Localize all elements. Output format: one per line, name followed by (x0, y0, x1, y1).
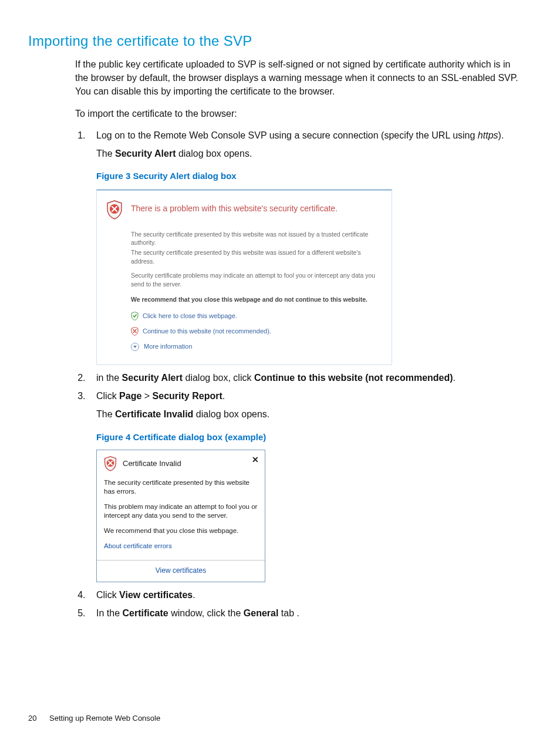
figure-4-caption: Figure 4 Certificate dialog box (example… (96, 430, 526, 444)
step-1-sub-b: dialog box opens. (176, 148, 252, 158)
security-alert-detail-3: Security certificate problems may indica… (131, 271, 380, 288)
step-5-b2: General (244, 608, 279, 618)
page-number: 20 (28, 714, 36, 723)
step-3-sub-b: dialog box opens. (193, 409, 269, 419)
view-certificates-button[interactable]: View certificates (97, 560, 265, 582)
step-1-text-a: Log on to the Remote Web Console SVP usi… (96, 130, 478, 140)
step-3-c: . (222, 391, 225, 401)
step-5: In the Certificate window, click the Gen… (88, 606, 526, 621)
step-4-a: Click (96, 590, 119, 600)
step-5-c: window, click the (168, 608, 244, 618)
lead-in: To import the certificate to the browser… (75, 107, 526, 120)
page-footer: 20 Setting up Remote Web Console (28, 714, 160, 723)
security-alert-dialog: There is a problem with this website's s… (96, 189, 392, 366)
close-button[interactable]: ✕ (252, 454, 259, 467)
step-3-b2: Security Report (153, 391, 222, 401)
step-4-b: View certificates (119, 590, 193, 600)
step-2-b2: Continue to this website (not recommende… (254, 373, 453, 383)
step-3-sub-a: The (96, 409, 115, 419)
certificate-invalid-title: Certificate Invalid (123, 458, 181, 470)
security-alert-title: There is a problem with this website's s… (131, 202, 338, 215)
cert-p3: We recommend that you close this webpage… (104, 526, 259, 536)
step-2-c: dialog box, click (183, 373, 254, 383)
about-certificate-errors-link[interactable]: About certificate errors (104, 541, 172, 552)
close-webpage-link-text: Click here to close this webpage. (143, 311, 237, 321)
step-1: Log on to the Remote Web Console SVP usi… (88, 129, 526, 365)
more-information-label: More information (144, 342, 193, 352)
step-3-gt: > (141, 391, 152, 401)
step-1-sub-bold: Security Alert (115, 148, 176, 158)
step-5-b1: Certificate (122, 608, 168, 618)
continue-website-link[interactable]: Continue to this website (not recommende… (131, 326, 380, 336)
cert-p2: This problem may indicate an attempt to … (104, 502, 259, 521)
step-5-a: In the (96, 608, 122, 618)
continue-website-link-text: Continue to this website (not recommende… (143, 326, 271, 336)
step-1-italic: https (478, 130, 498, 140)
step-3-a: Click (96, 391, 119, 401)
footer-section-name: Setting up Remote Web Console (49, 714, 160, 723)
step-5-d: tab . (278, 608, 299, 618)
step-2: in the Security Alert dialog box, click … (88, 371, 526, 386)
step-3-sub-bold: Certificate Invalid (115, 409, 193, 419)
step-2-b1: Security Alert (122, 373, 183, 383)
step-4-c: . (193, 590, 195, 600)
step-2-a: in the (96, 373, 122, 383)
step-3-b1: Page (119, 391, 141, 401)
certificate-invalid-dialog: ✕ Certificate Invalid The security certi… (96, 450, 265, 582)
security-alert-detail-1: The security certificate presented by th… (131, 230, 380, 247)
step-2-d: . (453, 373, 456, 383)
figure-3-caption: Figure 3 Security Alert dialog box (96, 169, 526, 183)
security-alert-recommend: We recommend that you close this webpage… (131, 295, 380, 304)
shield-error-icon (104, 456, 117, 471)
shield-check-icon (131, 312, 139, 320)
cert-p1: The security certificate presented by th… (104, 478, 259, 497)
step-1-sub-a: The (96, 148, 115, 158)
step-3: Click Page > Security Report. The Certif… (88, 389, 526, 582)
more-information-toggle[interactable]: More information (131, 342, 380, 352)
step-1-text-b: ). (498, 130, 504, 140)
step-4: Click View certificates. (88, 588, 526, 603)
security-alert-detail-2: The security certificate presented by th… (131, 248, 380, 265)
section-heading: Importing the certificate to the SVP (28, 33, 532, 49)
shield-x-small-icon (131, 327, 139, 336)
shield-error-icon (106, 200, 123, 220)
intro-paragraph: If the public key certificate uploaded t… (75, 58, 526, 99)
chevron-down-icon (131, 343, 139, 351)
close-webpage-link[interactable]: Click here to close this webpage. (131, 311, 380, 321)
